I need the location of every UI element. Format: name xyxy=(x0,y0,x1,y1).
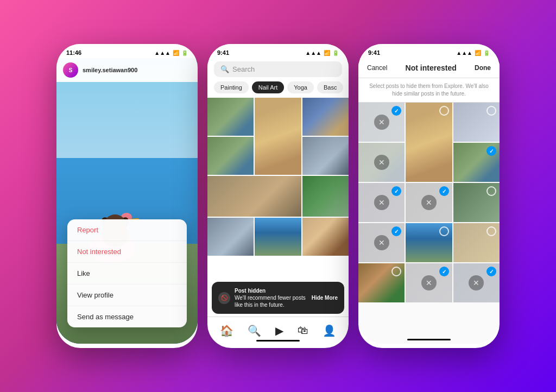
phone-1-status-bar: 11:46 ▲▲▲ 📶 🔋 xyxy=(56,44,198,58)
select-cell-11[interactable] xyxy=(453,223,500,262)
select-cell-9[interactable]: ✕ ✓ xyxy=(358,223,405,262)
phone-3-status-icons: ▲▲▲ 📶 🔋 xyxy=(456,50,490,56)
chip-nail-art[interactable]: Nail Art xyxy=(252,81,284,93)
grid-cell-sea[interactable] xyxy=(255,218,301,256)
select-cell-sea[interactable] xyxy=(406,223,452,262)
phone-1: 11:46 ▲▲▲ 📶 🔋 S xyxy=(56,44,198,348)
select-cell-food[interactable] xyxy=(358,263,405,302)
select-cell-5[interactable]: ✓ xyxy=(453,143,500,182)
done-button[interactable]: Done xyxy=(475,64,491,72)
nav-profile[interactable]: 👤 xyxy=(323,324,336,337)
phone-3: 9:41 ▲▲▲ 📶 🔋 Cancel Not interested Done … xyxy=(358,44,500,348)
nav-shop[interactable]: 🛍 xyxy=(298,324,308,337)
check-empty-sea xyxy=(439,226,449,236)
grid-cell-3[interactable] xyxy=(302,98,349,136)
signal-icon: ▲▲▲ xyxy=(305,50,321,56)
select-cell-14[interactable]: ✕ ✓ xyxy=(453,263,500,302)
wifi-icon: 📶 xyxy=(324,50,330,56)
story-username: smiley.setiawan900 xyxy=(83,67,137,73)
select-cell-7[interactable]: ✕ ✓ xyxy=(406,183,452,222)
explore-grid xyxy=(207,98,349,260)
check-empty-11 xyxy=(486,226,496,236)
phone-1-content: S smiley.setiawan900 Report Not interest… xyxy=(56,58,198,344)
menu-item-view-profile[interactable]: View profile xyxy=(67,284,187,306)
check-icon-13: ✓ xyxy=(439,267,449,276)
nav-home[interactable]: 🏠 xyxy=(220,324,233,337)
nav-search[interactable]: 🔍 xyxy=(248,324,261,337)
not-interested-title: Not interested xyxy=(406,64,457,72)
chip-yoga[interactable]: Yoga xyxy=(287,81,314,93)
phone-2-status-bar: 9:41 ▲▲▲ 📶 🔋 xyxy=(207,44,349,58)
menu-item-not-interested[interactable]: Not interested xyxy=(67,241,187,263)
chip-painting[interactable]: Painting xyxy=(214,81,249,93)
battery-icon: 🔋 xyxy=(332,50,339,56)
menu-item-like[interactable]: Like xyxy=(67,263,187,284)
search-placeholder: Search xyxy=(232,65,255,73)
grid-cell-hands[interactable] xyxy=(302,218,349,256)
select-cell-4[interactable]: ✕ xyxy=(358,143,405,182)
search-icon: 🔍 xyxy=(220,65,229,73)
menu-item-send-as-message[interactable]: Send as message xyxy=(67,306,187,327)
check-empty-8 xyxy=(486,186,496,196)
phone-3-time: 9:41 xyxy=(368,49,380,56)
toast-notification: 🚫 Post hidden We'll recommend fewer post… xyxy=(212,282,344,314)
select-cell-8[interactable] xyxy=(453,183,500,222)
cancel-button[interactable]: Cancel xyxy=(367,64,387,72)
battery-icon: 🔋 xyxy=(181,50,188,56)
check-icon-7: ✓ xyxy=(439,186,449,196)
select-cell-dance[interactable] xyxy=(406,103,452,182)
nav-reels[interactable]: ▶ xyxy=(275,324,283,337)
phone-1-status-icons: ▲▲▲ 📶 🔋 xyxy=(154,50,188,56)
check-empty-dance xyxy=(439,106,449,116)
signal-icon: ▲▲▲ xyxy=(154,50,170,56)
chip-basc[interactable]: Basc xyxy=(317,81,343,93)
select-cell-13[interactable]: ✕ ✓ xyxy=(406,263,452,302)
grid-cell-4[interactable] xyxy=(207,137,254,175)
grid-cell-1[interactable] xyxy=(207,98,254,136)
menu-item-report[interactable]: Report xyxy=(67,219,187,241)
phone-2: 9:41 ▲▲▲ 📶 🔋 🔍 Search Painting Nail Art … xyxy=(207,44,349,348)
phone-2-content: 🔍 Search Painting Nail Art Yoga Basc xyxy=(207,58,349,344)
phone-1-time: 11:46 xyxy=(66,49,81,56)
phone-2-time: 9:41 xyxy=(217,49,229,56)
select-cell-6[interactable]: ✕ ✓ xyxy=(358,183,405,222)
story-avatar: S xyxy=(63,62,78,78)
phone-2-status-icons: ▲▲▲ 📶 🔋 xyxy=(305,50,339,56)
not-interested-header: Cancel Not interested Done xyxy=(358,58,500,78)
toast-title: Post hidden xyxy=(235,288,266,294)
phone-3-content: Cancel Not interested Done Select posts … xyxy=(358,58,500,344)
wifi-icon: 📶 xyxy=(173,50,179,56)
select-grid: ✕ ✓ ✕ ✓ xyxy=(358,103,500,302)
grid-cell-rocks[interactable] xyxy=(207,218,254,256)
chips-row: Painting Nail Art Yoga Basc xyxy=(207,81,349,98)
check-icon-14: ✓ xyxy=(486,267,496,276)
grid-cell-dance[interactable] xyxy=(255,98,301,175)
grid-cell-arch[interactable] xyxy=(207,176,301,217)
search-bar[interactable]: 🔍 Search xyxy=(214,61,342,77)
home-indicator-3 xyxy=(407,339,451,340)
check-empty-3 xyxy=(486,106,496,116)
toast-icon: 🚫 xyxy=(218,292,230,304)
toast-action-button[interactable]: Hide More xyxy=(312,295,338,301)
battery-icon: 🔋 xyxy=(483,50,490,56)
select-cell-3[interactable] xyxy=(453,103,500,142)
toast-text: Post hidden We'll recommend fewer posts … xyxy=(235,287,307,308)
signal-icon: ▲▲▲ xyxy=(456,50,472,56)
wifi-icon: 📶 xyxy=(475,50,481,56)
phone-3-status-bar: 9:41 ▲▲▲ 📶 🔋 xyxy=(358,44,500,58)
grid-cell-7[interactable] xyxy=(302,176,349,217)
select-cell-1[interactable]: ✕ ✓ xyxy=(358,103,405,142)
check-icon-5: ✓ xyxy=(486,146,496,156)
not-interested-subtitle: Select posts to hide them from Explore. … xyxy=(358,78,500,103)
grid-cell-5[interactable] xyxy=(302,137,349,175)
story-header: S smiley.setiawan900 xyxy=(56,58,198,82)
toast-body: We'll recommend fewer posts like this in… xyxy=(235,295,306,308)
context-menu: Report Not interested Like View profile … xyxy=(67,219,187,327)
home-indicator xyxy=(256,340,300,342)
